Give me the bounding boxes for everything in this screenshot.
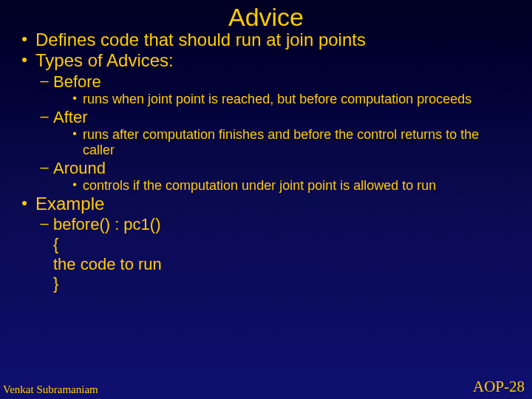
code-line-text: { bbox=[53, 235, 532, 255]
bullet-text: Example bbox=[35, 194, 104, 214]
bullet-dot-icon: • bbox=[13, 30, 35, 49]
bullet-level3: • runs when joint point is reached, but … bbox=[66, 92, 532, 107]
bullet-level1: • Defines code that should run at join p… bbox=[13, 30, 532, 50]
slide-title: Advice bbox=[0, 3, 532, 32]
bullet-level1: • Types of Advices: bbox=[13, 50, 532, 71]
footer-page-number: AOP-28 bbox=[473, 378, 525, 396]
bullet-text: Types of Advices: bbox=[35, 50, 174, 71]
bullet-level3: • controls if the computation under join… bbox=[66, 178, 532, 194]
dash-icon: – bbox=[35, 158, 53, 177]
bullet-level2: – Before bbox=[35, 72, 532, 92]
bullet-level2: – before() : pc1() bbox=[35, 214, 532, 235]
bullet-level3: • runs after computation finishes and be… bbox=[66, 127, 532, 157]
dash-icon: – bbox=[35, 72, 53, 90]
bullet-level2: – Around bbox=[35, 158, 532, 179]
bullet-dot-icon: • bbox=[66, 92, 83, 105]
code-line-text: the code to run bbox=[53, 255, 532, 275]
bullet-text: Before bbox=[53, 72, 101, 92]
dash-icon: – bbox=[35, 214, 53, 233]
footer-author: Venkat Subramaniam bbox=[3, 383, 98, 396]
bullet-dot-icon: • bbox=[66, 178, 83, 191]
code-line-text: } bbox=[53, 274, 532, 294]
bullet-dot-icon: • bbox=[13, 50, 35, 69]
slide-body: • Defines code that should run at join p… bbox=[0, 30, 532, 294]
bullet-level1: • Example bbox=[13, 194, 532, 214]
bullet-text: Defines code that should run at join poi… bbox=[35, 30, 366, 50]
dash-icon: – bbox=[35, 107, 53, 126]
bullet-level2: – After bbox=[35, 107, 532, 128]
bullet-text: After bbox=[53, 107, 87, 128]
bullet-text: runs after computation finishes and befo… bbox=[83, 127, 532, 157]
bullet-dot-icon: • bbox=[13, 194, 35, 213]
bullet-text: controls if the computation under joint … bbox=[83, 178, 458, 194]
bullet-text: runs when joint point is reached, but be… bbox=[83, 92, 494, 107]
code-line-text: before() : pc1() bbox=[53, 214, 161, 235]
bullet-text: Around bbox=[53, 158, 106, 179]
bullet-dot-icon: • bbox=[66, 127, 83, 140]
